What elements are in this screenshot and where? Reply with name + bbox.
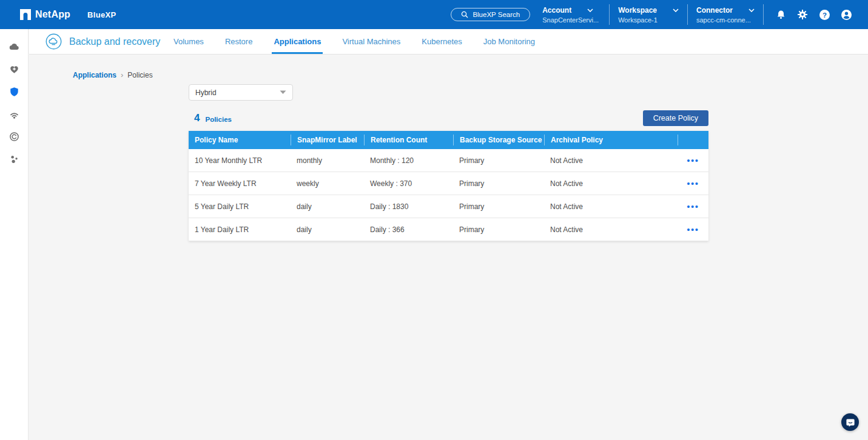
topbar-right: BlueXP Search Account SnapCenterServi...… xyxy=(451,0,857,29)
cell-retention-count: Daily : 366 xyxy=(364,225,453,234)
cell-snapmirror-label: monthly xyxy=(291,156,364,165)
dropdown-value: Hybrid xyxy=(195,88,217,97)
tab-virtual-machines[interactable]: Virtual Machines xyxy=(340,29,402,54)
chat-button[interactable] xyxy=(841,413,859,431)
table-row: 10 Year Monthly LTR monthly Monthly : 12… xyxy=(189,149,708,172)
search-label: BlueXP Search xyxy=(473,11,520,18)
cell-snapmirror-label: daily xyxy=(291,225,364,234)
governance-icon xyxy=(8,108,20,120)
help-icon: ? xyxy=(819,9,830,21)
topbar: NetApp BlueXP BlueXP Search Account Snap… xyxy=(0,0,868,29)
chat-icon xyxy=(846,418,855,427)
chevron-down-icon xyxy=(749,8,755,12)
cell-archival-policy: Not Active xyxy=(544,156,678,165)
sidebar-item-governance[interactable] xyxy=(3,103,25,125)
bluexp-screen: NetApp BlueXP BlueXP Search Account Snap… xyxy=(0,0,868,440)
cell-retention-count: Monthly : 120 xyxy=(364,156,453,165)
row-actions-menu-button[interactable]: ••• xyxy=(685,178,700,189)
cell-policy-name: 7 Year Weekly LTR xyxy=(189,179,291,188)
backup-recovery-icon xyxy=(45,33,62,50)
tab-job-monitoring[interactable]: Job Monitoring xyxy=(482,29,537,54)
cell-retention-count: Weekly : 370 xyxy=(364,179,453,188)
create-policy-button[interactable]: Create Policy xyxy=(643,110,708,126)
category-sidebar xyxy=(0,29,29,440)
policies-count-label: Policies xyxy=(205,116,231,123)
svg-text:?: ? xyxy=(822,11,826,18)
bluexp-search-button[interactable]: BlueXP Search xyxy=(451,8,530,21)
breadcrumb-separator: › xyxy=(121,70,123,79)
page-title: Backup and recovery xyxy=(69,36,160,47)
netapp-logo-icon xyxy=(20,9,31,20)
cell-backup-storage-source: Primary xyxy=(453,225,544,234)
bell-icon xyxy=(776,10,786,20)
breadcrumb: Applications › Policies xyxy=(73,70,153,79)
topbar-divider xyxy=(763,4,764,25)
help-button[interactable]: ? xyxy=(813,4,835,25)
cell-snapmirror-label: weekly xyxy=(291,179,364,188)
column-header-retention-count: Retention Count xyxy=(364,135,453,145)
column-header-backup-storage-source: Backup Storage Source xyxy=(453,135,544,145)
topbar-divider xyxy=(687,4,688,25)
chevron-down-icon xyxy=(673,8,679,12)
policies-count: 4 xyxy=(194,112,200,124)
settings-button[interactable] xyxy=(792,4,813,25)
account-label: Account xyxy=(542,6,571,15)
workspace-label: Workspace xyxy=(618,6,657,15)
storage-icon xyxy=(8,41,20,53)
row-actions-menu-button[interactable]: ••• xyxy=(685,155,700,166)
user-icon xyxy=(841,9,852,21)
workspace-menu[interactable]: Workspace Workspace-1 xyxy=(618,6,679,24)
sidebar-item-extensions[interactable] xyxy=(3,148,25,170)
cell-backup-storage-source: Primary xyxy=(453,202,544,211)
extensions-icon xyxy=(9,154,19,164)
column-header-actions xyxy=(678,135,708,145)
cell-backup-storage-source: Primary xyxy=(453,179,544,188)
cell-policy-name: 5 Year Daily LTR xyxy=(189,202,291,211)
tab-volumes[interactable]: Volumes xyxy=(172,29,206,54)
policies-list-header: 4 Policies Create Policy xyxy=(189,110,708,126)
tab-restore[interactable]: Restore xyxy=(223,29,255,54)
column-header-snapmirror-label: SnapMirror Label xyxy=(291,135,364,145)
table-row: 1 Year Daily LTR daily Daily : 366 Prima… xyxy=(189,218,708,241)
service-header: Backup and recovery Volumes Restore Appl… xyxy=(29,29,868,55)
notifications-button[interactable] xyxy=(770,4,792,25)
topbar-icons: ? xyxy=(770,4,857,25)
connector-menu[interactable]: Connector sapcc-cm-conne... xyxy=(696,6,755,24)
tab-kubernetes[interactable]: Kubernetes xyxy=(420,29,464,54)
table-row: 5 Year Daily LTR daily Daily : 1830 Prim… xyxy=(189,195,708,218)
row-actions-menu-button[interactable]: ••• xyxy=(685,201,700,212)
mobility-icon xyxy=(9,132,19,142)
row-actions-menu-button[interactable]: ••• xyxy=(685,224,700,235)
topbar-divider xyxy=(609,4,610,25)
health-icon xyxy=(9,64,19,75)
sidebar-item-protection[interactable] xyxy=(3,81,25,103)
search-icon xyxy=(461,11,468,18)
cell-archival-policy: Not Active xyxy=(544,202,678,211)
column-header-policy-name: Policy Name xyxy=(189,135,291,145)
gear-icon xyxy=(797,9,808,20)
service-title: Backup and recovery xyxy=(45,29,160,54)
cell-archival-policy: Not Active xyxy=(544,179,678,188)
policies-table: Policy Name SnapMirror Label Retention C… xyxy=(189,131,708,241)
user-button[interactable] xyxy=(835,4,857,25)
breadcrumb-applications-link[interactable]: Applications xyxy=(73,71,116,79)
brand: NetApp BlueXP xyxy=(20,9,116,20)
sidebar-item-health[interactable] xyxy=(3,58,25,81)
tab-applications[interactable]: Applications xyxy=(272,29,323,54)
workspace-value: Workspace-1 xyxy=(618,16,679,24)
cell-snapmirror-label: daily xyxy=(291,202,364,211)
sidebar-item-storage[interactable] xyxy=(3,36,25,58)
account-menu[interactable]: Account SnapCenterServi... xyxy=(542,6,601,24)
column-header-archival-policy: Archival Policy xyxy=(544,135,678,145)
policy-type-dropdown[interactable]: Hybrid xyxy=(189,84,293,101)
dropdown-caret-icon xyxy=(280,90,286,95)
cell-policy-name: 10 Year Monthly LTR xyxy=(189,156,291,165)
service-tabs: Volumes Restore Applications Virtual Mac… xyxy=(172,29,537,54)
product-name: BlueXP xyxy=(87,10,116,19)
main-content: Applications › Policies Hybrid 4 Policie… xyxy=(29,55,868,440)
table-header-row: Policy Name SnapMirror Label Retention C… xyxy=(189,131,708,149)
protection-icon xyxy=(9,87,19,97)
chevron-down-icon xyxy=(587,8,593,12)
sidebar-item-mobility[interactable] xyxy=(3,125,25,148)
brand-name: NetApp xyxy=(35,9,70,20)
